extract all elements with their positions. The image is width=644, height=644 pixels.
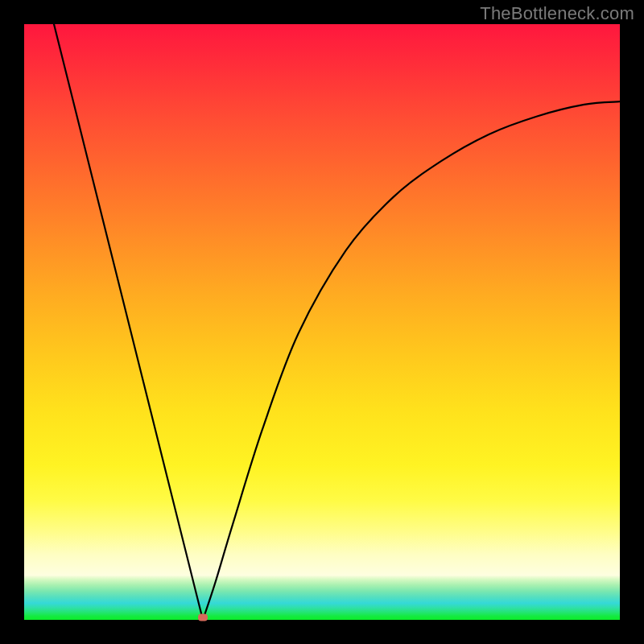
minimum-marker — [198, 614, 208, 621]
plot-area — [24, 24, 620, 620]
bottleneck-curve — [24, 24, 620, 620]
watermark-text: TheBottleneck.com — [480, 3, 634, 24]
curve-path — [54, 24, 620, 620]
chart-frame: TheBottleneck.com — [0, 0, 644, 644]
